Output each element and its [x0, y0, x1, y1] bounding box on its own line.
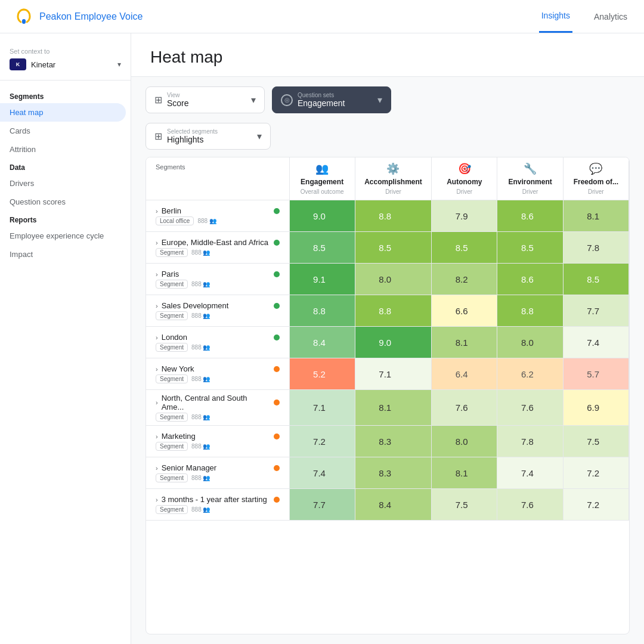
sidebar-item-drivers[interactable]: Drivers — [0, 174, 126, 193]
segment-expand-icon: › — [156, 496, 158, 503]
table-row: › New York Segment 888 👥 5.27.16.46.25.7 — [146, 358, 629, 390]
nav-analytics[interactable]: Analytics — [592, 0, 630, 33]
sidebar-item-question-scores[interactable]: Question scores — [0, 193, 126, 211]
sidebar-item-cards[interactable]: Cards — [0, 122, 126, 140]
score-value: 5.7 — [564, 358, 623, 389]
score-cell: 8.3 — [355, 457, 431, 489]
segment-cell-7[interactable]: › Marketing Segment 888 👥 — [146, 426, 289, 457]
segment-label: Berlin — [162, 206, 181, 215]
score-value: 6.9 — [564, 392, 623, 423]
score-value: 8.8 — [355, 295, 415, 326]
status-indicator — [274, 497, 280, 503]
status-indicator — [274, 400, 280, 405]
score-cell: 8.0 — [355, 264, 431, 295]
segment-label: Paris — [162, 270, 179, 278]
score-cell: 8.0 — [432, 426, 497, 457]
segment-name: › London — [156, 333, 280, 342]
score-value: 8.6 — [497, 200, 557, 231]
segment-tag-row: Segment 888 👥 — [156, 280, 280, 289]
segment-cell-2[interactable]: › Paris Segment 888 👥 — [146, 264, 289, 295]
table-row: › Paris Segment 888 👥 9.18.08.28.68.5 — [146, 264, 629, 295]
segment-cell-4[interactable]: › London Segment 888 👥 — [146, 327, 289, 358]
segment-cell-3[interactable]: › Sales Development Segment 888 👥 — [146, 295, 289, 327]
sidebar-item-impact[interactable]: Impact — [0, 245, 126, 264]
context-label: Set context to — [10, 48, 121, 55]
score-cell: 8.8 — [289, 295, 355, 327]
environment-icon: 🔧 — [524, 162, 537, 175]
accomplishment-icon: ⚙️ — [386, 162, 400, 175]
score-cell: 7.8 — [563, 232, 628, 264]
score-cell: 9.0 — [355, 327, 431, 358]
score-value: 8.5 — [564, 264, 623, 295]
people-count-icon: 888 👥 — [191, 376, 210, 382]
table-row: › Berlin Local office 888 👥 9.08.87.98.6… — [146, 200, 629, 232]
context-dropdown[interactable]: K Kinetar ▾ — [10, 58, 121, 70]
score-cell: 7.5 — [563, 426, 628, 457]
score-cell: 8.2 — [432, 264, 497, 295]
segment-label: New York — [162, 364, 194, 373]
score-cell: 8.8 — [355, 295, 431, 327]
sidebar-item-employee-exp[interactable]: Employee experience cycle — [0, 227, 126, 245]
score-value: 7.6 — [497, 489, 557, 520]
nav-insights[interactable]: Insights — [539, 0, 572, 33]
main-layout: Set context to K Kinetar ▾ Segments Heat… — [0, 33, 644, 644]
segment-cell-5[interactable]: › New York Segment 888 👥 — [146, 358, 289, 390]
segment-cell-8[interactable]: › Senior Manager Segment 888 👥 — [146, 457, 289, 489]
segments-dropdown[interactable]: ⊞ Selected segments Highlights ▾ — [145, 123, 271, 150]
score-cell: 5.2 — [289, 358, 355, 390]
people-count-icon: 888 👥 — [191, 281, 210, 287]
context-badge: K — [10, 58, 26, 70]
view-label: View — [167, 92, 246, 98]
segment-expand-icon: › — [156, 399, 158, 406]
score-value: 8.4 — [355, 489, 415, 520]
segment-tag-row: Segment 888 👥 — [156, 248, 280, 257]
score-value: 7.2 — [290, 426, 349, 457]
table-row: › 3 months - 1 year after starting Segme… — [146, 489, 629, 521]
score-cell: 8.4 — [355, 489, 431, 521]
segment-cell-9[interactable]: › 3 months - 1 year after starting Segme… — [146, 489, 289, 521]
top-nav: Insights Analytics — [539, 0, 630, 33]
score-value: 7.7 — [564, 295, 623, 326]
autonomy-col-name: Autonomy — [447, 178, 482, 186]
col-header-accomplishment: ⚙️ Accomplishment Driver — [355, 157, 431, 200]
segment-label: Senior Manager — [162, 463, 217, 472]
segment-name: › Sales Development — [156, 301, 280, 310]
score-cell: 7.1 — [289, 390, 355, 426]
segment-tag: Segment — [156, 374, 188, 383]
autonomy-icon: 🎯 — [458, 162, 471, 175]
segment-cell-0[interactable]: › Berlin Local office 888 👥 — [146, 200, 289, 232]
top-bar: Peakon Employee Voice Insights Analytics — [0, 0, 644, 33]
view-dropdown[interactable]: ⊞ View Score ▾ — [145, 86, 265, 113]
score-value: 8.0 — [355, 264, 415, 295]
segment-name: › New York — [156, 364, 280, 373]
app-title: Peakon Employee Voice — [39, 11, 143, 22]
page-header: Heat map — [131, 33, 644, 77]
people-count-icon: 888 👥 — [197, 218, 216, 224]
segment-tag: Segment — [156, 473, 188, 482]
segment-name: › Europe, Middle-East and Africa — [156, 238, 280, 247]
score-value: 7.2 — [564, 489, 623, 520]
sidebar-item-attrition[interactable]: Attrition — [0, 140, 126, 159]
score-value: 6.6 — [432, 295, 491, 326]
score-value: 7.4 — [497, 457, 557, 488]
segment-cell-1[interactable]: › Europe, Middle-East and Africa Segment… — [146, 232, 289, 264]
sidebar-item-heatmap[interactable]: Heat map — [0, 103, 126, 122]
status-indicator — [274, 303, 280, 309]
score-value: 7.6 — [497, 392, 557, 423]
content-area: Heat map ⊞ View Score ▾ ◎ Question sets — [131, 33, 644, 644]
score-value: 8.0 — [432, 426, 491, 457]
segment-meta: 888 👥 — [191, 249, 210, 256]
status-indicator — [274, 366, 280, 372]
question-set-dropdown[interactable]: ◎ Question sets Engagement ▾ — [272, 86, 391, 113]
score-value: 7.5 — [432, 489, 491, 520]
score-cell: 8.8 — [497, 295, 563, 327]
score-value: 6.2 — [497, 358, 557, 389]
score-value: 7.9 — [432, 200, 491, 231]
people-count-icon: 888 👥 — [191, 312, 210, 319]
score-cell: 8.5 — [497, 232, 563, 264]
score-value: 7.8 — [497, 426, 557, 457]
segment-tag-row: Segment 888 👥 — [156, 505, 280, 514]
score-value: 8.5 — [355, 232, 415, 263]
segment-expand-icon: › — [156, 465, 158, 472]
segment-cell-6[interactable]: › North, Central and South Ame... Segmen… — [146, 390, 289, 426]
